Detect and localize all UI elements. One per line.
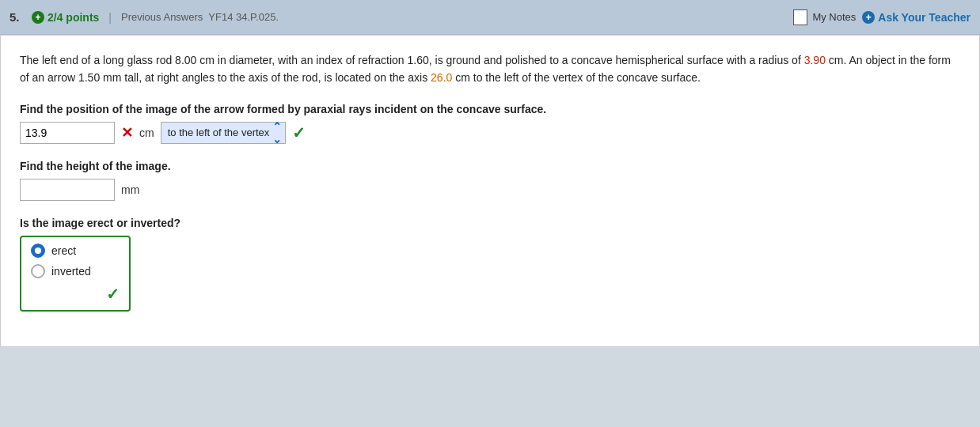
erect-inverted-radio-group: erect inverted ✓ xyxy=(20,236,131,312)
check-icon-q1: ✓ xyxy=(292,123,306,142)
my-notes-button[interactable]: My Notes xyxy=(793,9,856,25)
incorrect-icon: ✕ xyxy=(121,124,133,142)
question2-label: Find the height of the image. xyxy=(20,160,960,172)
inverted-radio-button[interactable] xyxy=(31,264,45,278)
inverted-label: inverted xyxy=(51,265,91,278)
position-unit: cm xyxy=(139,127,154,139)
radius-value: 3.90 xyxy=(804,54,826,66)
radio-footer: ✓ xyxy=(31,285,120,304)
question-number: 5. xyxy=(9,10,25,24)
distance-value: 26.0 xyxy=(431,71,452,84)
inverted-option[interactable]: inverted xyxy=(31,264,120,278)
chevron-down-icon: ⌃⌄ xyxy=(272,120,282,145)
note-icon xyxy=(793,9,807,25)
question1-answer-row: ✕ cm to the left of the vertex ⌃⌄ ✓ xyxy=(20,122,960,144)
header-bar: 5. + 2/4 points | Previous Answers YF14 … xyxy=(0,0,980,35)
question3-block: Is the image erect or inverted? erect in… xyxy=(20,217,960,312)
ask-teacher-label: Ask Your Teacher xyxy=(878,11,971,24)
question3-label: Is the image erect or inverted? xyxy=(20,217,960,229)
question1-block: Find the position of the image of the ar… xyxy=(20,103,960,144)
erect-label: erect xyxy=(51,244,76,257)
problem-text-part3: cm to the left of the vertex of the conc… xyxy=(452,71,701,84)
points-label: 2/4 points xyxy=(47,11,99,24)
problem-text-part1: The left end of a long glass rod 8.00 cm… xyxy=(20,54,804,66)
plus-icon: + xyxy=(32,11,44,24)
question1-label: Find the position of the image of the ar… xyxy=(20,103,960,115)
content-area: The left end of a long glass rod 8.00 cm… xyxy=(0,35,980,347)
my-notes-label: My Notes xyxy=(812,11,856,23)
erect-radio-button[interactable] xyxy=(31,244,45,258)
check-icon-q3: ✓ xyxy=(106,285,120,304)
question2-block: Find the height of the image. mm xyxy=(20,160,960,201)
erect-option[interactable]: erect xyxy=(31,244,120,258)
prev-answers-label: Previous Answers YF14 34.P.025. xyxy=(121,11,279,23)
position-input[interactable] xyxy=(20,122,115,144)
ask-plus-icon: + xyxy=(862,11,875,24)
height-input[interactable] xyxy=(20,179,115,201)
page-container: 5. + 2/4 points | Previous Answers YF14 … xyxy=(0,0,980,347)
height-unit: mm xyxy=(121,183,139,196)
points-badge: + 2/4 points xyxy=(32,11,99,24)
ask-teacher-button[interactable]: + Ask Your Teacher xyxy=(862,11,971,24)
problem-text: The left end of a long glass rod 8.00 cm… xyxy=(20,51,960,87)
question2-answer-row: mm xyxy=(20,179,960,201)
dropdown-selected-text: to the left of the vertex xyxy=(168,127,270,138)
separator: | xyxy=(108,11,112,24)
position-dropdown[interactable]: to the left of the vertex ⌃⌄ xyxy=(161,122,287,144)
